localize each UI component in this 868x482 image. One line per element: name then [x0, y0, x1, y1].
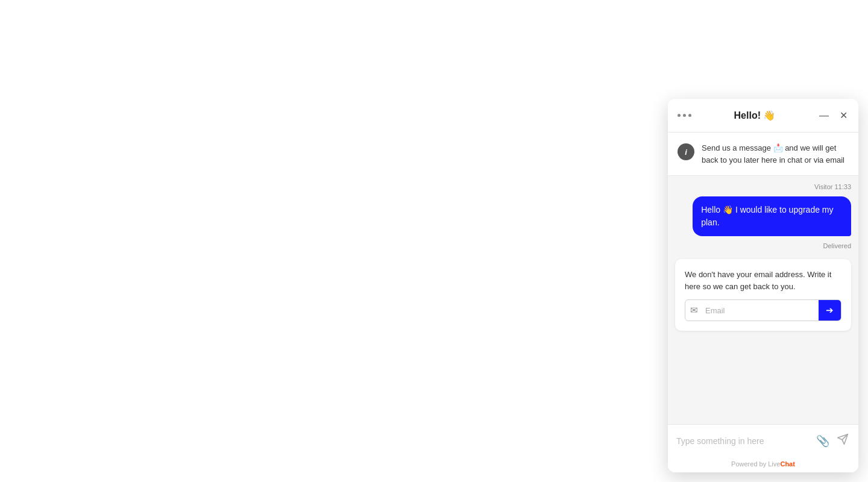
email-submit-button[interactable]: ➔	[819, 300, 841, 321]
email-input-row: ✉ ➔	[685, 299, 841, 321]
close-button[interactable]: ✕	[838, 110, 849, 122]
email-input[interactable]	[703, 301, 819, 320]
chat-input-row: 📎	[668, 425, 858, 457]
chat-body: Visitor 11:33 Hello 👋 I would like to up…	[668, 176, 858, 424]
powered-by: Powered by LiveChat	[668, 457, 858, 472]
info-banner: i Send us a message 📩 and we will get ba…	[668, 133, 858, 176]
chat-widget: Hello! 👋 — ✕ i Send us a message 📩 and w…	[668, 99, 858, 472]
email-capture-card: We don't have your email address. Write …	[675, 259, 851, 331]
chat-header: Hello! 👋 — ✕	[668, 99, 858, 133]
email-icon: ✉	[685, 305, 703, 316]
menu-dots-button[interactable]	[678, 114, 691, 117]
attach-button[interactable]: 📎	[815, 433, 831, 449]
info-icon: i	[678, 143, 694, 160]
visitor-label: Visitor 11:33	[675, 183, 851, 190]
chat-title: Hello! 👋	[734, 110, 776, 121]
chat-title-text: Hello! 👋	[734, 110, 776, 121]
minimize-button[interactable]: —	[818, 110, 830, 122]
chat-message-input[interactable]	[676, 436, 810, 446]
delivered-status: Delivered	[675, 242, 851, 249]
header-actions: — ✕	[818, 110, 849, 122]
brand-name: LiveChat	[768, 460, 795, 468]
visitor-message-bubble: Hello 👋 I would like to upgrade my plan.	[693, 196, 851, 236]
chat-footer: 📎 Powered by LiveChat	[668, 424, 858, 472]
email-card-text: We don't have your email address. Write …	[685, 269, 841, 292]
info-banner-text: Send us a message 📩 and we will get back…	[702, 142, 849, 166]
send-button[interactable]	[835, 432, 850, 449]
